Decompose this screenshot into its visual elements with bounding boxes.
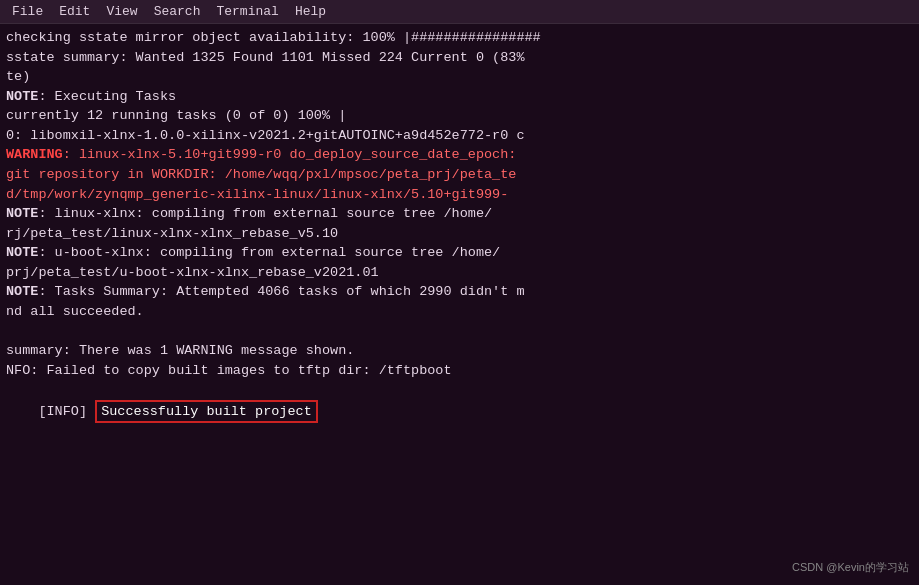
menu-view[interactable]: View	[98, 2, 145, 21]
menu-terminal[interactable]: Terminal	[208, 2, 286, 21]
terminal-line-15: nd all succeeded.	[6, 302, 913, 322]
terminal-line-12: NOTE: u-boot-xlnx: compiling from extern…	[6, 243, 913, 263]
terminal-line-4: NOTE: Executing Tasks	[6, 87, 913, 107]
terminal-line-19: [INFO] Successfully built project	[6, 380, 913, 443]
menubar: File Edit View Search Terminal Help	[0, 0, 919, 24]
terminal-line-2: sstate summary: Wanted 1325 Found 1101 M…	[6, 48, 913, 68]
terminal-line-7: WARNING: linux-xlnx-5.10+git999-r0 do_de…	[6, 145, 913, 165]
terminal-line-18: NFO: Failed to copy built images to tftp…	[6, 361, 913, 381]
success-message: Successfully built project	[95, 400, 318, 424]
terminal-line-13: prj/peta_test/u-boot-xlnx-xlnx_rebase_v2…	[6, 263, 913, 283]
watermark: CSDN @Kevin的学习站	[792, 560, 909, 575]
info-prefix: [INFO]	[38, 404, 95, 419]
menu-help[interactable]: Help	[287, 2, 334, 21]
terminal-line-16	[6, 321, 913, 341]
menu-file[interactable]: File	[4, 2, 51, 21]
menu-search[interactable]: Search	[146, 2, 209, 21]
terminal-line-5: currently 12 running tasks (0 of 0) 100%…	[6, 106, 913, 126]
menu-edit[interactable]: Edit	[51, 2, 98, 21]
terminal-line-11: rj/peta_test/linux-xlnx-xlnx_rebase_v5.1…	[6, 224, 913, 244]
terminal-output: checking sstate mirror object availabili…	[0, 24, 919, 585]
terminal-line-6: 0: libomxil-xlnx-1.0.0-xilinx-v2021.2+gi…	[6, 126, 913, 146]
terminal-line-9: d/tmp/work/zynqmp_generic-xilinx-linux/l…	[6, 185, 913, 205]
terminal-line-3: te)	[6, 67, 913, 87]
terminal-line-10: NOTE: linux-xlnx: compiling from externa…	[6, 204, 913, 224]
terminal-line-1: checking sstate mirror object availabili…	[6, 28, 913, 48]
terminal-line-8: git repository in WORKDIR: /home/wqq/pxl…	[6, 165, 913, 185]
terminal-line-17: summary: There was 1 WARNING message sho…	[6, 341, 913, 361]
terminal-line-14: NOTE: Tasks Summary: Attempted 4066 task…	[6, 282, 913, 302]
